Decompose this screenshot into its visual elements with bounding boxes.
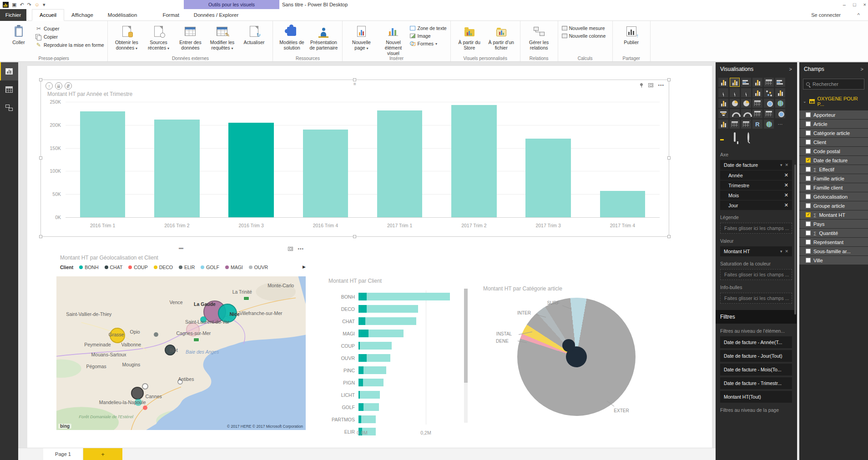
filter-pill[interactable]: Date de facture - Trimestr... [720, 377, 792, 389]
legend-next-icon[interactable]: ▶ [303, 265, 306, 269]
image-button[interactable]: Image [410, 33, 446, 39]
filter-pill[interactable]: Date de facture - Jour(Tout) [720, 350, 792, 362]
close-button[interactable]: × [863, 2, 866, 7]
map-bubble[interactable] [131, 387, 144, 400]
visual-type-icon[interactable] [741, 78, 751, 87]
legend-item[interactable]: DECO [154, 265, 173, 270]
map-visual[interactable]: ▬ ••• Montant HT par Géolocalisation et … [54, 244, 308, 441]
scrollbar-thumb[interactable] [464, 289, 468, 383]
field-row[interactable]: ∑ Apporteur [799, 110, 868, 119]
field-subpill[interactable]: Année✕ [720, 170, 792, 180]
pill-caret-icon[interactable]: ▾ [780, 163, 782, 167]
field-row[interactable]: ∑ Article [799, 120, 868, 128]
map-bubble[interactable] [143, 405, 147, 410]
visual-type-icon[interactable] [741, 99, 751, 108]
collapse-panel-icon[interactable]: > [789, 66, 792, 72]
legend-item[interactable]: GOLF [201, 265, 219, 270]
obtenir-donnees-button[interactable]: Obtenir les données ▾ [111, 23, 141, 50]
pill-close-icon[interactable]: ✕ [784, 172, 788, 178]
field-row[interactable]: ∑ Pays [799, 220, 868, 228]
copier-button[interactable]: Copier [35, 34, 104, 40]
field-checkbox[interactable] [806, 130, 811, 135]
visual-type-icon[interactable] [775, 99, 785, 108]
visual-type-icon[interactable] [718, 109, 728, 118]
visual-type-icon[interactable] [752, 99, 762, 108]
column-bar[interactable] [451, 105, 497, 217]
filter-pill[interactable]: Date de facture - Année(T... [720, 336, 792, 348]
maximize-button[interactable]: □ [853, 2, 856, 7]
more-options-icon[interactable]: ••• [658, 83, 664, 88]
qat-caret-icon[interactable]: ▾ [43, 2, 45, 7]
visual-type-icon[interactable] [764, 88, 774, 97]
expander-icon[interactable]: ⌄ [803, 99, 807, 104]
legend-item[interactable]: BONH [79, 265, 98, 270]
field-checkbox[interactable] [806, 149, 811, 154]
sources-recentes-button[interactable]: Sources récentes ▾ [143, 23, 173, 50]
redo-icon[interactable]: ↷ [27, 2, 31, 7]
pin-icon[interactable] [639, 83, 644, 88]
field-row[interactable]: ∑ Famille client [799, 183, 868, 192]
reproduire-button[interactable]: ✎Reproduire la mise en forme [35, 42, 104, 48]
report-view-button[interactable] [0, 62, 18, 80]
sign-in-link[interactable]: Se connecter [811, 9, 841, 21]
nouvel-element-button[interactable]: Nouvel élément visuel [378, 23, 408, 56]
resize-handle[interactable] [667, 156, 671, 160]
ribbon-tab[interactable]: Format [155, 9, 186, 21]
field-row[interactable]: ∑ Date de facture [799, 156, 868, 165]
bar-row[interactable]: PARTMOS [326, 413, 460, 425]
field-checkbox[interactable] [806, 194, 811, 199]
visual-type-icon[interactable] [741, 120, 751, 129]
visual-type-icon[interactable] [775, 88, 785, 97]
visual-type-icon[interactable] [752, 109, 762, 118]
search-input[interactable]: Rechercher [803, 79, 864, 90]
column-bar[interactable] [228, 123, 274, 217]
collapse-panel-icon[interactable]: > [861, 66, 863, 72]
visual-type-icon[interactable] [741, 88, 751, 97]
presentation-partenaire-button[interactable]: Présentation de partenaire [308, 23, 338, 50]
legend-item[interactable]: OUVR [249, 265, 268, 270]
field-checkbox[interactable] [806, 167, 811, 172]
legend-item[interactable]: CHAT [105, 265, 123, 270]
map-bubble[interactable] [142, 383, 148, 390]
coller-button[interactable]: Coller [4, 23, 34, 45]
column-bar[interactable] [377, 110, 423, 217]
bar-row[interactable]: PINC [326, 364, 460, 376]
bar-row[interactable]: PIGN [326, 376, 460, 389]
resize-handle[interactable] [667, 235, 671, 238]
visual-type-icon[interactable] [718, 88, 728, 97]
couper-button[interactable]: ✂Couper [35, 25, 104, 32]
pill-close-icon[interactable]: ✕ [784, 192, 788, 198]
column-bar[interactable] [600, 191, 646, 217]
bar-row[interactable]: COUP [326, 340, 460, 352]
nouvelle-colonne-button[interactable]: Nouvelle colonne [562, 33, 606, 39]
legend-item[interactable]: COUP [128, 265, 147, 270]
visual-type-icon[interactable] [775, 109, 785, 118]
store-button[interactable]: À partir du Store [454, 23, 484, 50]
feedback-smiley-icon[interactable]: ☺ [35, 2, 40, 7]
field-row[interactable]: ∑ Famille article [799, 174, 868, 183]
bing-map[interactable]: Monte-CarloLa TrinitéVenceLa GaudeVillef… [56, 276, 306, 430]
bar-row[interactable]: GOLF [326, 401, 460, 413]
modeles-solution-button[interactable]: Modèles de solution [277, 23, 307, 50]
legend-well-placeholder[interactable]: Faites glisser ici les champs ... [720, 223, 792, 234]
ribbon-tab[interactable]: Modélisation [101, 9, 145, 21]
add-page-button[interactable]: + [83, 448, 122, 460]
visual-type-icon[interactable] [718, 78, 728, 87]
field-row[interactable]: ∑ Géolocalisation [799, 192, 868, 201]
visual-type-icon[interactable] [764, 109, 774, 118]
minimize-button[interactable]: – [843, 2, 846, 7]
visual-type-icon[interactable] [752, 88, 762, 97]
visual-type-icon[interactable] [775, 78, 785, 87]
tooltip-well-placeholder[interactable]: Faites glisser ici les champs ... [720, 293, 792, 304]
bar-row[interactable]: OUVR [326, 352, 460, 364]
data-view-button[interactable] [0, 80, 18, 99]
pill-close-icon[interactable]: ✕ [784, 182, 788, 188]
field-row[interactable]: ∑ Montant HT [799, 210, 868, 219]
field-row[interactable]: ∑ Effectif [799, 165, 868, 174]
pill-close-icon[interactable]: ✕ [785, 163, 788, 167]
drag-handle[interactable]: ▬ [179, 245, 183, 250]
field-row[interactable]: ∑ Ville [799, 256, 868, 265]
bar-row[interactable]: DECO [326, 303, 460, 315]
tab-fichier[interactable]: Fichier [0, 9, 26, 21]
field-checkbox[interactable] [806, 240, 811, 245]
